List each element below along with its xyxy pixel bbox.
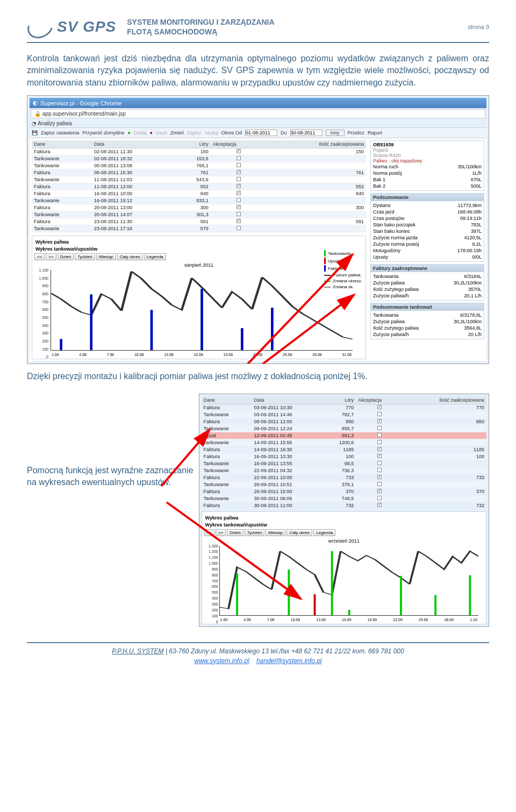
table-row[interactable]: Tankowanie14-09-2011 15:551200,6: [202, 439, 486, 446]
svg-rect-6: [60, 339, 62, 350]
date-from-input[interactable]: [245, 130, 277, 136]
table-row[interactable]: Faktura16-09-2011 10:30100100: [202, 453, 486, 460]
table-row[interactable]: Tankowanie26-09-2011 10:51378,1: [202, 481, 486, 488]
table-row[interactable]: Tankowanie16-08-2011 19:12833,1: [32, 197, 366, 204]
info-row: Stan baku początek783L: [373, 222, 482, 228]
save-icon: 💾: [32, 130, 38, 136]
chart2-legend-button[interactable]: Legenda: [313, 529, 335, 536]
info-row: Bak 2500L: [373, 183, 482, 189]
info-row: Bak 1670L: [373, 176, 482, 183]
chart2-day-button[interactable]: Dzień: [227, 529, 243, 536]
chart2-xaxis: 1.094.097.0910.0913.0916.0919.0922.0925.…: [219, 618, 478, 622]
table-row[interactable]: Tankowanie20-08-2011 14:07301,3: [32, 211, 366, 218]
table-row[interactable]: Faktura23-08-2011 11:30581581: [32, 218, 366, 225]
table-row[interactable]: Faktura03-09-2011 10:30770770: [202, 404, 486, 411]
table-row[interactable]: Faktura26-09-2011 15:00370370: [202, 488, 486, 495]
chart-panel-2: Wykres paliwa Wykres tankowań/upustów <<…: [202, 511, 486, 624]
table-row[interactable]: Tankowanie11-08-2011 11:03543,6: [32, 176, 366, 183]
legend-zmiana-sk: Zmiana sk.: [333, 284, 354, 289]
table-row[interactable]: Faktura20-08-2011 13:00300300: [32, 204, 366, 211]
tab-bar: ◔ Analizy paliwa: [30, 119, 486, 128]
fuel-table: Dane Data Litry Akceptacja Ilość zaakcep…: [32, 140, 366, 232]
calculate-button[interactable]: Przelicz: [348, 130, 365, 136]
table-row[interactable]: Tankowanie16-09-2011 13:5599,5: [202, 460, 486, 467]
col2-ilosc[interactable]: Ilość zaakceptowana: [403, 396, 486, 404]
chart-prev-button[interactable]: <<: [34, 253, 45, 260]
save-settings-button[interactable]: Zapisz ustawienia: [41, 130, 80, 136]
info-row: Ilość zużytego paliwa3564,8L: [373, 325, 482, 331]
chart2-yaxis: 01002003004005006007008009001,0001,1001,…: [204, 546, 219, 622]
chart-full-button[interactable]: Cały okres: [117, 253, 143, 260]
chart2-week-button[interactable]: Tydzień: [245, 529, 265, 536]
col-ilosc[interactable]: Ilość zaakceptowana: [267, 140, 366, 148]
svg-rect-17: [331, 551, 333, 615]
logo-swoosh-icon: [23, 11, 57, 43]
table-row[interactable]: Faktura05-08-2011 15:30761761: [32, 169, 366, 176]
info-row: Stan baku koniec397L: [373, 228, 482, 234]
table-row[interactable]: Faktura02-08-2011 11:30150150: [32, 148, 366, 155]
chart-xaxis: 1.084.087.0810.0813.0816.0819.0822.0825.…: [51, 353, 353, 357]
info-row: Czas postojów09:14:11h: [373, 215, 482, 222]
change-button[interactable]: Zmień: [170, 130, 184, 136]
col2-akc[interactable]: Akceptacja: [356, 396, 403, 404]
chart2-next-button[interactable]: >>: [216, 529, 226, 536]
chart2-month-button[interactable]: Miesiąc: [266, 529, 285, 536]
info-row: Zużycie paliwa30,2L/100km: [373, 280, 482, 286]
save-button[interactable]: Zapisz: [187, 130, 202, 136]
col2-litry[interactable]: Litry: [324, 396, 356, 404]
delete-button[interactable]: Usuń: [156, 130, 167, 136]
summary-header: Podsumowanie: [371, 194, 484, 201]
tab-label[interactable]: Analizy paliwa: [38, 120, 71, 126]
vehicle-fuel: Paliwo : olej napędowy: [373, 158, 482, 163]
footer-address: | 63-760 Zduny ul. Masłowskiego 13 tel./…: [164, 647, 404, 655]
chart2-prev-button[interactable]: <<: [204, 529, 214, 536]
svg-rect-15: [288, 569, 290, 615]
restore-defaults-button[interactable]: Przywróć domyślne: [83, 130, 125, 136]
chart-area-1: [51, 270, 353, 351]
chart2-full-button[interactable]: Cały okres: [286, 529, 312, 536]
address-bar[interactable]: 🔒 app.supervisor.pl/frontend/main.jsp: [31, 109, 485, 118]
report-button[interactable]: Raport: [368, 130, 382, 136]
to-label: Do: [281, 130, 287, 136]
table-row[interactable]: Upust12-09-2011 02:45-391,3: [202, 432, 486, 439]
table-row[interactable]: Faktura09-09-2011 12:00850850: [202, 418, 486, 425]
chart-month-button[interactable]: Miesiąc: [96, 253, 116, 260]
chart-week-button[interactable]: Tydzień: [75, 253, 95, 260]
table-row[interactable]: Tankowanie02-08-2011 18:32153,6: [32, 155, 366, 162]
table-row[interactable]: Faktura16-08-2011 10:00840840: [32, 190, 366, 197]
col2-dane[interactable]: Dane: [202, 396, 252, 404]
table-row[interactable]: Faktura14-09-2011 16:3011851185: [202, 446, 486, 453]
col-akc[interactable]: Akceptacja: [211, 140, 267, 148]
add-button[interactable]: Dodaj: [134, 130, 147, 136]
table-row[interactable]: Tankowanie03-09-2011 14:46782,7: [202, 411, 486, 418]
footer-email-link[interactable]: handel@system.info.pl: [256, 657, 322, 665]
logo-text: SV GPS: [57, 18, 116, 35]
paragraph-3: Pomocną funkcją jest wyraźne zaznaczanie…: [27, 465, 194, 489]
col-litry[interactable]: Litry: [177, 140, 211, 148]
info-row: Zużycie norma postój9,2L: [373, 241, 482, 247]
legend-faktura: Faktura: [328, 266, 342, 271]
table-row[interactable]: Tankowanie30-09-2011 06:06749,5: [202, 495, 486, 502]
chart2-svg: [220, 546, 478, 615]
table-row[interactable]: Tankowanie05-08-2011 13:08768,1: [32, 162, 366, 169]
chart-panel-1: Wykres paliwa Wykres tankowań/upustów <<…: [32, 236, 366, 359]
cancel-button[interactable]: Anuluj: [205, 130, 218, 136]
chart-next-button[interactable]: >>: [46, 253, 56, 260]
table-row[interactable]: Faktura11-08-2011 12:00552552: [32, 183, 366, 190]
col-dane[interactable]: Dane: [32, 140, 92, 148]
col2-data[interactable]: Data: [252, 396, 324, 404]
chart-day-button[interactable]: Dzień: [58, 253, 74, 260]
svg-rect-14: [236, 573, 238, 615]
col-data[interactable]: Data: [92, 140, 177, 148]
legend-upust: Upust: [328, 259, 339, 263]
other-select[interactable]: Inny: [326, 130, 345, 136]
table-row[interactable]: Faktura30-09-2011 11:00732732: [202, 502, 486, 509]
info-row: Norma ruch35L/100km: [373, 163, 482, 170]
table-row[interactable]: Tankowanie22-09-2011 04:32736,3: [202, 467, 486, 474]
date-to-input[interactable]: [290, 130, 322, 136]
table-row[interactable]: Faktura22-09-2011 10:00733733: [202, 474, 486, 481]
table-row[interactable]: Tankowanie09-09-2011 12:24855,7: [202, 425, 486, 432]
chart-legend-button[interactable]: Legenda: [144, 253, 166, 260]
footer-website-link[interactable]: www.system.info.pl: [195, 657, 249, 665]
table-row[interactable]: Tankowanie23-08-2011 17:18579: [32, 225, 366, 232]
